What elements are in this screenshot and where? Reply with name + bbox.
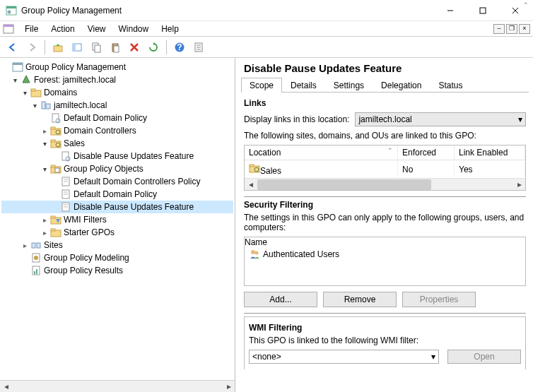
- tree-default-domain-policy[interactable]: Default Domain Policy: [1, 112, 233, 124]
- svg-rect-24: [13, 63, 23, 65]
- forward-button[interactable]: [23, 39, 40, 56]
- scrollbar-thumb[interactable]: [257, 179, 431, 190]
- gpo-link-icon: [60, 150, 71, 162]
- svg-rect-37: [62, 152, 69, 160]
- menu-view[interactable]: View: [81, 22, 112, 36]
- tree-wmi-filters[interactable]: WMI Filters: [1, 213, 233, 226]
- svg-rect-32: [51, 127, 55, 129]
- paste-button[interactable]: [107, 39, 124, 56]
- help-button[interactable]: ?: [171, 39, 188, 56]
- tree-gpo-dpuf[interactable]: Disable Pause Updates Feature: [1, 201, 233, 213]
- links-location-select[interactable]: jamiltech.local ▾: [355, 112, 526, 126]
- svg-rect-1: [6, 6, 16, 8]
- sites-icon: [30, 239, 42, 251]
- users-icon: [249, 249, 260, 260]
- svg-rect-16: [114, 46, 119, 52]
- chevron-down-icon: ▾: [431, 352, 435, 362]
- tree-domains[interactable]: Domains: [1, 86, 233, 99]
- console-tree[interactable]: Group Policy Management Forest: jamiltec…: [0, 58, 235, 380]
- tree-starter-gpos[interactable]: Starter GPOs: [1, 226, 233, 239]
- tree-scrollbar[interactable]: ◂ ▸: [0, 380, 235, 392]
- tab-delegation[interactable]: Delegation: [373, 78, 430, 93]
- wmi-select[interactable]: <none> ▾: [249, 350, 439, 364]
- details-title: Disable Pause Updates Feature: [237, 58, 533, 77]
- svg-rect-55: [32, 243, 35, 248]
- tree-domain[interactable]: jamiltech.local: [1, 99, 233, 112]
- wmi-desc: This GPO is linked to the following WMI …: [249, 335, 521, 345]
- ou-icon: [50, 125, 62, 136]
- links-grid-scrollbar[interactable]: ◂ ▸: [245, 178, 525, 190]
- svg-rect-60: [34, 271, 35, 274]
- app-icon: [6, 5, 17, 16]
- security-row[interactable]: Authenticated Users: [245, 247, 525, 261]
- add-button[interactable]: Add...: [244, 292, 317, 307]
- results-icon: [30, 265, 42, 276]
- svg-rect-13: [95, 45, 100, 52]
- ou-icon: [50, 138, 62, 149]
- svg-rect-15: [114, 43, 117, 45]
- mdi-minimize-button[interactable]: –: [493, 24, 505, 34]
- tree-gpo-ddcp[interactable]: Default Domain Controllers Policy: [1, 175, 233, 188]
- properties-button[interactable]: Properties: [402, 292, 476, 307]
- tree-sales[interactable]: Sales: [1, 137, 233, 150]
- tree-root[interactable]: Group Policy Management: [1, 61, 233, 73]
- copy-button[interactable]: [88, 39, 105, 56]
- links-grid[interactable]: Location⌃ Enforced Link Enabled Sales No…: [244, 145, 526, 191]
- show-hide-tree-button[interactable]: [69, 39, 86, 56]
- tree-gp-results[interactable]: Group Policy Results: [1, 264, 233, 277]
- svg-rect-26: [31, 89, 35, 91]
- tree-sales-gpo-link[interactable]: Disable Pause Updates Feature: [1, 150, 233, 162]
- col-enforced[interactable]: Enforced: [398, 145, 455, 160]
- scroll-left-icon[interactable]: ◂: [245, 179, 257, 189]
- scroll-right-icon[interactable]: ▸: [513, 179, 525, 189]
- links-row[interactable]: Sales No Yes: [245, 160, 525, 178]
- chevron-down-icon: ▾: [518, 114, 522, 124]
- tree-forest[interactable]: Forest: jamiltech.local: [1, 73, 233, 86]
- tree-gpo-ddp[interactable]: Default Domain Policy: [1, 188, 233, 201]
- properties-button[interactable]: [190, 39, 207, 56]
- svg-rect-8: [4, 25, 13, 27]
- scroll-right-icon[interactable]: ▸: [223, 381, 235, 392]
- up-button[interactable]: [49, 39, 66, 56]
- menu-window[interactable]: Window: [112, 22, 156, 36]
- menu-help[interactable]: Help: [155, 22, 185, 36]
- tree-gp-modeling[interactable]: Group Policy Modeling: [1, 251, 233, 264]
- mmc-icon: [3, 23, 14, 35]
- col-name[interactable]: Name⌃: [245, 237, 525, 247]
- details-tabs: Scope Details Settings Delegation Status: [241, 77, 529, 93]
- tree-domain-controllers[interactable]: Domain Controllers: [1, 124, 233, 137]
- svg-point-58: [34, 256, 38, 260]
- menu-action[interactable]: Action: [45, 22, 81, 36]
- security-desc: The settings in this GPO can only apply …: [244, 213, 526, 232]
- refresh-button[interactable]: [145, 39, 162, 56]
- col-link-enabled[interactable]: Link Enabled: [455, 145, 525, 160]
- svg-rect-56: [37, 243, 40, 248]
- open-button[interactable]: Open: [447, 350, 521, 364]
- menu-file[interactable]: File: [18, 22, 45, 36]
- folder-icon: [30, 87, 42, 98]
- col-location[interactable]: Location⌃: [245, 145, 398, 160]
- maximize-button[interactable]: [467, 1, 499, 20]
- gpo-icon: [60, 189, 71, 200]
- svg-point-65: [251, 250, 255, 254]
- links-heading: Links: [244, 98, 526, 108]
- svg-point-66: [255, 251, 259, 255]
- tree-gpo-container[interactable]: Group Policy Objects: [1, 162, 233, 175]
- tab-settings[interactable]: Settings: [325, 78, 373, 93]
- tree-sites[interactable]: Sites: [1, 239, 233, 251]
- minimize-button[interactable]: [434, 1, 467, 20]
- tab-scope[interactable]: Scope: [241, 78, 282, 93]
- back-button[interactable]: [4, 39, 21, 56]
- gpo-icon: [60, 201, 71, 213]
- scroll-left-icon[interactable]: ◂: [0, 381, 12, 392]
- delete-button[interactable]: [126, 39, 143, 56]
- mdi-close-button[interactable]: ×: [519, 24, 530, 34]
- svg-rect-27: [42, 102, 45, 109]
- mdi-restore-button[interactable]: ❐: [506, 24, 517, 34]
- security-listbox[interactable]: Name⌃ Authenticated Users: [244, 237, 526, 286]
- tab-details[interactable]: Details: [282, 78, 325, 93]
- tab-status[interactable]: Status: [430, 78, 471, 93]
- remove-button[interactable]: Remove: [323, 292, 397, 307]
- forest-icon: [20, 74, 32, 85]
- wmi-heading: WMI Filtering: [249, 323, 521, 333]
